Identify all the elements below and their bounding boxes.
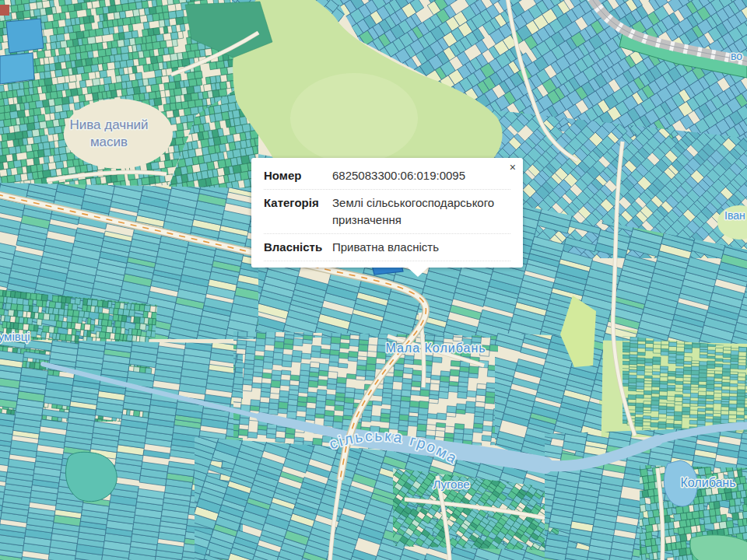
popup-tail [408, 268, 428, 277]
popup-row-number: Номер 6825083300:06:019:0095 [264, 163, 510, 190]
cadastral-map[interactable]: Нива дачний масив Шумівці Мала Колибань … [0, 0, 747, 560]
place-label-nyva-dachnyi: Нива дачний [69, 117, 148, 132]
place-label-kolyban: Колибань [680, 476, 735, 489]
pond [690, 535, 747, 560]
place-label-nyva-dachnyi-2: масив [90, 135, 128, 149]
close-icon[interactable]: × [507, 159, 519, 175]
popup-row-category: Категорія Землі сільськогосподарського п… [264, 190, 510, 234]
cadastral-map-view[interactable]: Нива дачний масив Шумівці Мала Колибань … [0, 0, 747, 560]
popup-row-ownership: Власність Приватна власність [264, 234, 510, 261]
map-art-layer [0, 0, 747, 560]
field-value: Приватна власність [332, 239, 510, 256]
field-label: Номер [264, 167, 332, 184]
pond [65, 452, 117, 501]
place-label-vo-partial: во [731, 50, 742, 62]
place-label-ivan-partial: Іван [724, 209, 745, 222]
parcel-info-popup: × Номер 6825083300:06:019:0095 Категорія… [251, 158, 523, 268]
field-value: 6825083300:06:019:0095 [332, 167, 510, 184]
place-label-mala-kolyban: Мала Колибань [385, 341, 486, 355]
field-label: Категорія [264, 194, 332, 229]
place-label-luhove: Лугове [433, 478, 469, 491]
field-label: Власність [264, 239, 332, 256]
place-label-shumivtsi: Шумівці [0, 330, 30, 343]
field-value: Землі сільськогосподарського призначення [332, 194, 510, 229]
